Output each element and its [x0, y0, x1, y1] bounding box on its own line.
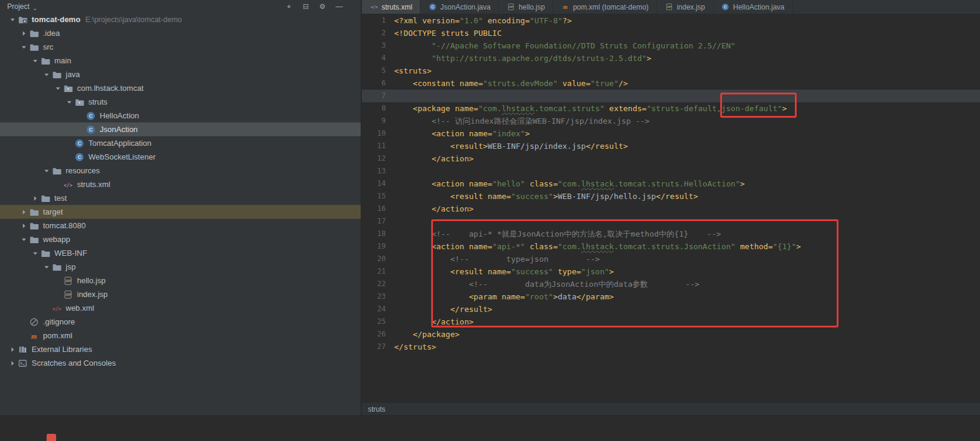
code-line[interactable]: 13: [362, 165, 980, 177]
chevron-right-icon[interactable]: [30, 194, 40, 203]
editor-tab-helloaction-java[interactable]: CHelloAction.java: [714, 0, 793, 14]
code-line[interactable]: 7: [362, 90, 980, 102]
code-line[interactable]: 17: [362, 215, 980, 228]
line-number[interactable]: 14: [362, 177, 394, 190]
tree-item-target[interactable]: target: [0, 205, 361, 219]
chevron-right-icon[interactable]: [19, 208, 29, 216]
line-number[interactable]: 1: [362, 14, 394, 27]
chevron-down-icon[interactable]: [30, 57, 40, 65]
code-line[interactable]: 26 </package>: [362, 328, 980, 341]
code-line[interactable]: 23 <param name="root">data</param>: [362, 290, 980, 303]
chevron-right-icon[interactable]: [19, 222, 29, 230]
line-number[interactable]: 26: [362, 328, 394, 341]
line-number[interactable]: 17: [362, 215, 394, 228]
code-line[interactable]: 11 <result>WEB-INF/jsp/index.jsp</result…: [362, 140, 980, 152]
tree-item-web-inf[interactable]: WEB-INF: [0, 246, 361, 260]
tree-item-resources[interactable]: resources: [0, 164, 361, 177]
line-number[interactable]: 3: [362, 39, 394, 52]
line-number[interactable]: 7: [362, 90, 394, 102]
editor-tab-struts-xml[interactable]: </>struts.xml: [362, 0, 420, 14]
line-number[interactable]: 25: [362, 316, 394, 328]
code-line[interactable]: 19 <action name="api-*" class="com.lhsta…: [362, 240, 980, 253]
line-number[interactable]: 2: [362, 27, 394, 39]
code-line[interactable]: 2<!DOCTYPE struts PUBLIC: [362, 27, 980, 39]
code-line[interactable]: 5<struts>: [362, 65, 980, 77]
tree-item-tomcatapplication[interactable]: CTomcatApplication: [0, 136, 361, 150]
tree-item-src[interactable]: src: [0, 40, 361, 54]
chevron-down-icon[interactable]: ⌄: [32, 5, 37, 11]
line-number[interactable]: 24: [362, 303, 394, 316]
line-number[interactable]: 16: [362, 203, 394, 215]
code-line[interactable]: 15 <result name="success">WEB-INF/jsp/he…: [362, 190, 980, 203]
chevron-down-icon[interactable]: [19, 43, 29, 51]
code-line[interactable]: 14 <action name="hello" class="com.lhsta…: [362, 177, 980, 190]
chevron-down-icon[interactable]: [53, 84, 63, 93]
tree-item-com-lhstack-tomcat[interactable]: com.lhstack.tomcat: [0, 81, 361, 95]
chevron-down-icon[interactable]: [41, 167, 51, 175]
tree-item-tomcat-8080[interactable]: tomcat.8080: [0, 219, 361, 232]
settings-button[interactable]: ⚙: [318, 2, 327, 11]
code-line[interactable]: 18 <!-- api-* *就是JsonAction中的方法名,取决于meth…: [362, 228, 980, 240]
editor-tab-pom-xml-tomcat-demo[interactable]: mpom.xml (tomcat-demo): [553, 0, 657, 14]
code-line[interactable]: 1<?xml version="1.0" encoding="UTF-8"?>: [362, 14, 980, 27]
chevron-down-icon[interactable]: [19, 235, 29, 244]
chevron-down-icon[interactable]: [7, 16, 17, 24]
code-line[interactable]: 6 <constant name="struts.devMode" value=…: [362, 77, 980, 90]
code-line[interactable]: 10 <action name="index">: [362, 127, 980, 140]
code-line[interactable]: 12 </action>: [362, 152, 980, 165]
hide-panel-button[interactable]: —: [334, 2, 344, 11]
line-number[interactable]: 4: [362, 52, 394, 65]
chevron-down-icon[interactable]: [41, 263, 51, 271]
tree-item-web-xml[interactable]: </>web.xml: [0, 301, 361, 315]
line-number[interactable]: 12: [362, 152, 394, 165]
tree-item-external-libraries[interactable]: External Libraries: [0, 342, 361, 356]
collapse-all-button[interactable]: ⊟: [301, 2, 311, 11]
editor-tab-jsonaction-java[interactable]: CJsonAction.java: [420, 0, 499, 14]
tree-item-struts[interactable]: struts: [0, 95, 361, 109]
line-number[interactable]: 20: [362, 253, 394, 265]
chevron-right-icon[interactable]: [19, 29, 29, 38]
chevron-right-icon[interactable]: [7, 359, 17, 368]
tree-item-pom-xml[interactable]: mpom.xml: [0, 329, 361, 342]
line-number[interactable]: 22: [362, 278, 394, 290]
tree-item-gitignore[interactable]: .gitignore: [0, 315, 361, 329]
line-number[interactable]: 6: [362, 77, 394, 90]
code-editor[interactable]: 1<?xml version="1.0" encoding="UTF-8"?>2…: [362, 14, 980, 402]
editor-tab-index-jsp[interactable]: JSPindex.jsp: [657, 0, 713, 14]
locate-button[interactable]: ⌖: [284, 2, 294, 11]
tree-item-idea[interactable]: .idea: [0, 26, 361, 40]
tree-item-struts-xml[interactable]: </>struts.xml: [0, 177, 361, 191]
code-line[interactable]: 3 "-//Apache Software Foundation//DTD St…: [362, 39, 980, 52]
tree-item-test[interactable]: test: [0, 191, 361, 205]
code-line[interactable]: 24 </result>: [362, 303, 980, 316]
line-number[interactable]: 11: [362, 140, 394, 152]
line-number[interactable]: 19: [362, 240, 394, 253]
chevron-right-icon[interactable]: [7, 345, 17, 354]
tree-item-websocketlistener[interactable]: CWebSocketListener: [0, 150, 361, 164]
tree-item-scratches-and-consoles[interactable]: Scratches and Consoles: [0, 356, 361, 370]
code-line[interactable]: 25 </action>: [362, 316, 980, 328]
tree-item-index-jsp[interactable]: JSPindex.jsp: [0, 287, 361, 301]
chevron-down-icon[interactable]: [41, 71, 51, 79]
line-number[interactable]: 5: [362, 65, 394, 77]
tree-item-main[interactable]: main: [0, 54, 361, 68]
line-number[interactable]: 18: [362, 228, 394, 240]
tree-item-tomcat-demo[interactable]: tomcat-demoE:\projects\java\tomcat-demo: [0, 13, 361, 26]
tree-item-hello-jsp[interactable]: JSPhello.jsp: [0, 274, 361, 287]
tree-item-webapp[interactable]: webapp: [0, 232, 361, 246]
code-line[interactable]: 21 <result name="success" type="json">: [362, 265, 980, 278]
code-line[interactable]: 9 <!-- 访问index路径会渲染WEB-INF/jsp/index.jsp…: [362, 115, 980, 127]
code-line[interactable]: 16 </action>: [362, 203, 980, 215]
tree-item-java[interactable]: java: [0, 68, 361, 81]
code-line[interactable]: 8 <package name="com.lhstack.tomcat.stru…: [362, 102, 980, 115]
code-line[interactable]: 20 <!-- type=json -->: [362, 253, 980, 265]
line-number[interactable]: 9: [362, 115, 394, 127]
line-number[interactable]: 15: [362, 190, 394, 203]
tree-item-helloaction[interactable]: CHelloAction: [0, 109, 361, 122]
editor-tab-hello-jsp[interactable]: JSPhello.jsp: [499, 0, 553, 14]
tree-item-jsonaction[interactable]: CJsonAction: [0, 122, 361, 136]
chevron-down-icon[interactable]: [30, 249, 40, 258]
breadcrumb[interactable]: struts: [368, 405, 385, 414]
code-line[interactable]: 22 <!-- data为JsonAction中的data参数 -->: [362, 278, 980, 290]
line-number[interactable]: 27: [362, 341, 394, 353]
